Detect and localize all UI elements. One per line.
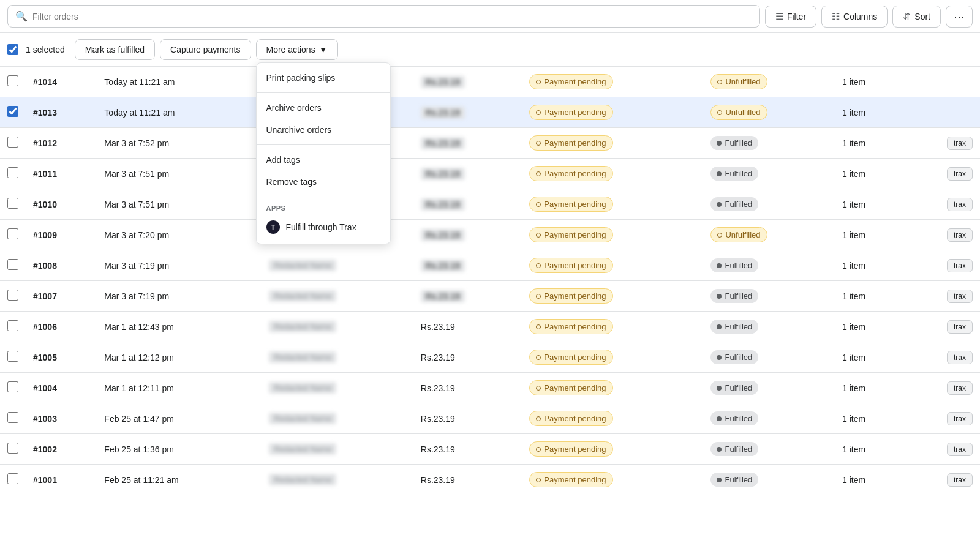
order-total: Rs.23.19 [413, 434, 522, 465]
order-tag: trax [947, 198, 973, 211]
orders-table: #1014Today at 11:21 amRedacted NameRs.23… [0, 67, 980, 495]
order-total-blurred: Rs.23.19 [421, 229, 465, 241]
fulfill-trax-item[interactable]: T Fulfill through Trax [257, 214, 390, 240]
table-row: #1003Feb 25 at 1:47 pmRedacted NameRs.23… [0, 403, 980, 434]
order-date: Mar 1 at 12:43 pm [97, 312, 262, 342]
add-tags-item[interactable]: Add tags [257, 149, 390, 171]
mark-fulfilled-button[interactable]: Mark as fulfilled [75, 39, 155, 60]
order-number: #1009 [33, 230, 57, 240]
more-options-button[interactable]: ⋯ [946, 6, 973, 28]
fulfillment-status-badge: Fulfilled [710, 136, 758, 150]
apps-section-label: APPS [257, 201, 390, 214]
row-checkbox[interactable] [7, 167, 18, 178]
row-checkbox[interactable] [7, 412, 18, 423]
more-actions-wrapper: More actions ▼ Print packing slips Archi… [256, 39, 338, 60]
print-packing-slips-item[interactable]: Print packing slips [257, 67, 390, 89]
row-checkbox[interactable] [7, 137, 18, 148]
chevron-down-icon: ▼ [319, 45, 328, 54]
table-row: #1010Mar 3 at 7:51 pmRedacted NameRs.23.… [0, 189, 980, 220]
order-number: #1012 [33, 138, 57, 148]
order-total: Rs.23.19 [413, 67, 522, 97]
orders-table-container: #1014Today at 11:21 amRedacted NameRs.23… [0, 67, 980, 495]
filter-button[interactable]: ☰ Filter [765, 6, 816, 28]
order-date: Mar 3 at 7:51 pm [97, 189, 262, 220]
remove-tags-item[interactable]: Remove tags [257, 171, 390, 193]
order-total-blurred: Rs.23.19 [421, 76, 465, 88]
search-box[interactable]: 🔍 [7, 5, 760, 28]
order-number: #1014 [33, 77, 57, 87]
payment-status-badge: Payment pending [529, 74, 612, 89]
payment-status-badge: Payment pending [529, 227, 612, 242]
payment-status-badge: Payment pending [529, 135, 612, 151]
fulfillment-status-badge: Fulfilled [710, 381, 758, 395]
row-checkbox[interactable] [7, 443, 18, 454]
print-packing-slips-label: Print packing slips [266, 73, 336, 83]
order-items: 1 item [835, 373, 905, 403]
order-items: 1 item [835, 434, 905, 465]
sort-button[interactable]: ⇵ Sort [892, 6, 941, 28]
search-input[interactable] [32, 12, 752, 21]
order-items: 1 item [835, 97, 905, 128]
row-checkbox[interactable] [7, 75, 18, 86]
order-tag: trax [947, 443, 973, 456]
row-checkbox[interactable] [7, 351, 18, 362]
columns-button[interactable]: ☷ Columns [821, 6, 888, 28]
filter-icon: ☰ [775, 11, 783, 22]
row-checkbox[interactable] [7, 320, 18, 331]
payment-status-badge: Payment pending [529, 350, 612, 365]
order-items: 1 item [835, 128, 905, 159]
customer-name: Redacted Name [269, 351, 336, 363]
fulfillment-status-badge: Unfulfilled [710, 74, 767, 89]
action-bar: 1 selected Mark as fulfilled Capture pay… [0, 33, 980, 67]
order-tag: trax [947, 320, 973, 334]
unarchive-orders-item[interactable]: Unarchive orders [257, 119, 390, 141]
row-checkbox[interactable] [7, 259, 18, 270]
row-checkbox[interactable] [7, 106, 18, 117]
order-date: Mar 3 at 7:19 pm [97, 250, 262, 281]
order-total-blurred: Rs.23.19 [421, 168, 465, 180]
order-number: #1005 [33, 353, 57, 362]
archive-orders-item[interactable]: Archive orders [257, 97, 390, 119]
order-total: Rs.23.19 [413, 220, 522, 250]
row-checkbox[interactable] [7, 473, 18, 484]
order-total-blurred: Rs.23.19 [421, 198, 465, 211]
table-row: #1008Mar 3 at 7:19 pmRedacted NameRs.23.… [0, 250, 980, 281]
order-date: Feb 25 at 11:21 am [97, 465, 262, 495]
row-checkbox[interactable] [7, 290, 18, 301]
more-actions-label: More actions [266, 45, 315, 54]
table-row: #1009Mar 3 at 7:20 pmRedacted NameRs.23.… [0, 220, 980, 250]
order-items: 1 item [835, 189, 905, 220]
order-items: 1 item [835, 220, 905, 250]
order-items: 1 item [835, 403, 905, 434]
table-row: #1001Feb 25 at 11:21 amRedacted NameRs.2… [0, 465, 980, 495]
order-tag: trax [947, 412, 973, 425]
row-checkbox[interactable] [7, 228, 18, 239]
payment-status-badge: Payment pending [529, 411, 612, 426]
archive-orders-label: Archive orders [266, 103, 322, 113]
selected-count: 1 selected [26, 45, 65, 54]
more-actions-dropdown: Print packing slips Archive orders Unarc… [256, 62, 391, 244]
table-row: #1002Feb 25 at 1:36 pmRedacted NameRs.23… [0, 434, 980, 465]
order-items: 1 item [835, 465, 905, 495]
customer-name: Redacted Name [269, 413, 336, 424]
unarchive-orders-label: Unarchive orders [266, 125, 332, 135]
capture-payments-button[interactable]: Capture payments [160, 39, 251, 60]
fulfillment-status-badge: Fulfilled [710, 411, 758, 425]
more-actions-button[interactable]: More actions ▼ [256, 39, 338, 60]
order-date: Feb 25 at 1:47 pm [97, 403, 262, 434]
table-row: #1014Today at 11:21 amRedacted NameRs.23… [0, 67, 980, 97]
order-number: #1004 [33, 383, 57, 393]
payment-status-badge: Payment pending [529, 197, 612, 212]
row-checkbox[interactable] [7, 198, 18, 209]
order-date: Mar 3 at 7:51 pm [97, 159, 262, 189]
select-all-checkbox[interactable] [7, 44, 18, 55]
dropdown-separator-3 [257, 197, 390, 197]
order-items: 1 item [835, 281, 905, 312]
fulfillment-status-badge: Fulfilled [710, 473, 758, 487]
top-bar: 🔍 ☰ Filter ☷ Columns ⇵ Sort ⋯ [0, 0, 980, 33]
row-checkbox[interactable] [7, 381, 18, 392]
order-tag: trax [947, 228, 973, 242]
customer-name: Redacted Name [269, 443, 336, 455]
order-total: Rs.23.19 [413, 312, 522, 342]
table-body: #1014Today at 11:21 amRedacted NameRs.23… [0, 67, 980, 495]
